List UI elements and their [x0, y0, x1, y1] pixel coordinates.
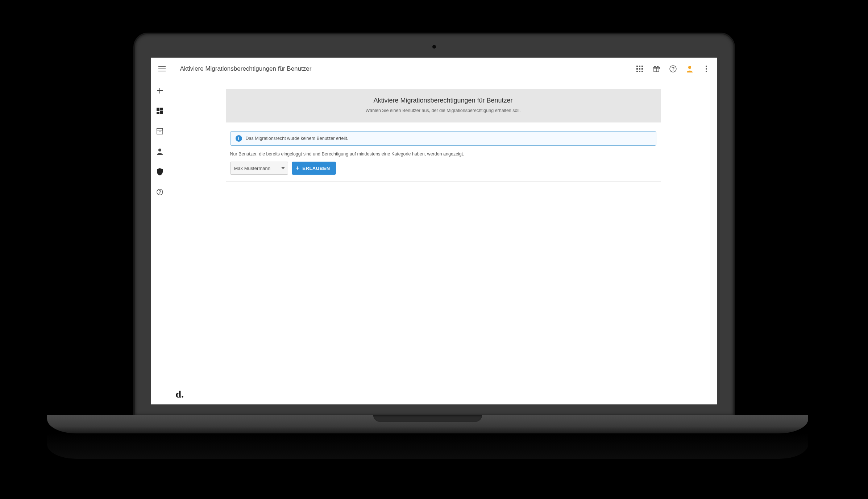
svg-rect-22	[157, 128, 163, 134]
svg-rect-7	[639, 71, 640, 72]
sidebar-archive-button[interactable]	[156, 127, 164, 135]
info-message: Das Migrationsrecht wurde keinem Benutze…	[246, 136, 348, 141]
laptop-camera	[432, 45, 436, 49]
action-row: Max Mustermann + ERLAUBEN	[230, 162, 656, 175]
help-circle-icon	[669, 65, 677, 72]
card-header: Aktiviere Migrationsberechtigungen für B…	[226, 89, 661, 122]
svg-rect-18	[157, 108, 159, 111]
svg-rect-2	[641, 66, 643, 67]
plus-icon	[157, 88, 163, 93]
more-menu-button[interactable]	[702, 65, 711, 73]
help-circle-icon	[157, 189, 163, 195]
info-icon: i	[236, 135, 242, 142]
sidebar	[151, 80, 169, 404]
sidebar-add-button[interactable]	[156, 87, 164, 95]
card-title: Aktiviere Migrationsberechtigungen für B…	[237, 97, 650, 104]
laptop-mockup: Aktiviere Migrationsberechtigungen für B…	[127, 33, 741, 431]
svg-rect-5	[641, 68, 643, 70]
gift-button[interactable]	[652, 65, 661, 73]
info-alert: i Das Migrationsrecht wurde keinem Benut…	[230, 131, 656, 146]
body-area: Aktiviere Migrationsberechtigungen für B…	[151, 80, 717, 404]
svg-point-17	[706, 71, 707, 72]
allow-button-label: ERLAUBEN	[302, 166, 330, 171]
svg-point-27	[159, 194, 160, 194]
archive-icon	[157, 128, 163, 134]
main-content: Aktiviere Migrationsberechtigungen für B…	[169, 80, 717, 404]
svg-point-26	[157, 189, 163, 195]
svg-point-25	[158, 149, 161, 151]
dashboard-icon	[157, 108, 163, 114]
brand-logo: d.	[176, 388, 184, 400]
svg-rect-4	[639, 68, 640, 70]
user-icon	[686, 65, 693, 72]
svg-point-12	[670, 66, 676, 72]
shield-icon	[157, 168, 163, 175]
menu-toggle-button[interactable]	[155, 62, 169, 76]
svg-rect-20	[157, 112, 159, 114]
topbar: Aktiviere Migrationsberechtigungen für B…	[151, 58, 717, 80]
card-body: i Das Migrationsrecht wurde keinem Benut…	[226, 122, 661, 182]
migration-card: Aktiviere Migrationsberechtigungen für B…	[226, 89, 661, 182]
svg-point-13	[673, 70, 673, 71]
helper-text: Nur Benutzer, die bereits eingeloggt sin…	[230, 151, 656, 157]
user-profile-button[interactable]	[685, 65, 694, 73]
sidebar-security-button[interactable]	[156, 168, 164, 176]
laptop-base	[47, 415, 808, 433]
plus-icon: +	[296, 165, 300, 171]
svg-rect-1	[639, 66, 640, 67]
page-title: Aktiviere Migrationsberechtigungen für B…	[180, 65, 312, 72]
laptop-notch	[373, 415, 482, 422]
apps-grid-icon	[636, 66, 643, 72]
person-icon	[157, 148, 163, 155]
svg-rect-23	[157, 128, 163, 130]
user-select[interactable]: Max Mustermann	[230, 162, 288, 175]
card-subtitle: Wählen Sie einen Benutzer aus, der die M…	[237, 108, 650, 113]
more-vertical-icon	[706, 66, 707, 72]
topbar-actions	[635, 65, 711, 73]
laptop-body: Aktiviere Migrationsberechtigungen für B…	[133, 33, 735, 417]
sidebar-dashboard-button[interactable]	[156, 107, 164, 115]
svg-rect-19	[160, 108, 163, 110]
svg-rect-3	[636, 68, 638, 70]
svg-point-15	[706, 66, 707, 67]
allow-button[interactable]: + ERLAUBEN	[292, 162, 336, 175]
hamburger-icon	[158, 66, 166, 71]
sidebar-users-button[interactable]	[156, 147, 164, 155]
svg-rect-0	[636, 66, 638, 67]
help-button[interactable]	[669, 65, 677, 73]
svg-point-16	[706, 68, 707, 70]
svg-rect-21	[160, 111, 163, 114]
app-screen: Aktiviere Migrationsberechtigungen für B…	[151, 58, 717, 404]
svg-rect-8	[641, 71, 643, 72]
apps-button[interactable]	[635, 65, 644, 73]
svg-rect-6	[636, 71, 638, 72]
laptop-reflection	[47, 433, 808, 459]
sidebar-help-button[interactable]	[156, 188, 164, 196]
svg-point-14	[688, 66, 691, 69]
gift-icon	[653, 66, 660, 72]
